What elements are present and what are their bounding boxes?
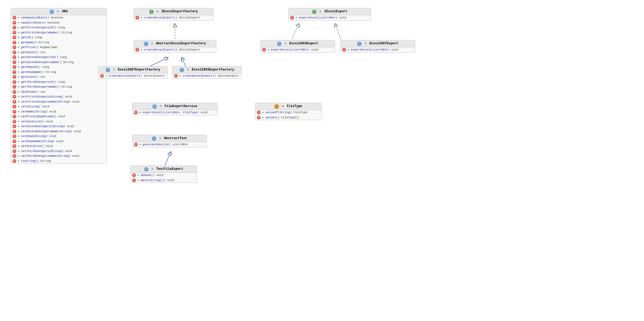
sku-methods: m■canEqual(Object)boolean m■equals(Objec… (11, 15, 107, 163)
filetype-class: E ≋ FileType m■valueOf(String)FileType m… (255, 103, 322, 120)
sku-method-1: canEqual(Object) (21, 15, 49, 20)
abstractexcelexportfactory-header: C ≋ AbstractExcelExportFactory (134, 40, 216, 47)
filetype-header: E ≋ FileType (255, 103, 321, 110)
excel2003export-header: C ≋ Excel2003Export (261, 40, 335, 47)
sku-icon: ≋ (57, 10, 59, 13)
sku-title: SKU (62, 10, 68, 13)
abstracttest-class: C ≋ AbstractTest m■generateSku(int)List<… (132, 135, 207, 147)
iexcelexport-class: I ≋ IExcelExport m■exportExcel(List<SKU>… (288, 8, 371, 21)
iexcelexport-header: I ≋ IExcelExport (289, 8, 371, 15)
excel2003exportfactory-header: C ≋ Excel2003ExportFactory (172, 66, 241, 73)
diagram-canvas: C ≋ SKU m■canEqual(Object)boolean m■equa… (0, 0, 644, 321)
testfileexport-class: C ≋ TestFileExport m■demo01()void m■main… (130, 166, 197, 183)
sku-type-badge: C (50, 10, 54, 14)
sku-method-2: equals(Object) (21, 21, 46, 25)
excel2007export-class: C ≋ Excel2007Export m■exportExcel(List<S… (340, 40, 415, 53)
abstracttest-header: C ≋ AbstractTest (132, 135, 207, 142)
excel2007exportfactory-header: C ≋ Excel2007ExportFactory (99, 66, 167, 73)
excel2007export-header: C ≋ Excel2007Export (341, 40, 415, 47)
abstractexcelexportfactory-class: C ≋ AbstractExcelExportFactory m■createE… (133, 40, 216, 53)
excel2003export-class: C ≋ Excel2003Export m■exportExcel(List<S… (260, 40, 335, 53)
fileexportservice-class: C ≋ FileExportService m■exportExcel(List… (132, 103, 218, 115)
excel2007exportfactory-class: C ≋ Excel2007ExportFactory m■createExcel… (98, 66, 168, 79)
testfileexport-header: C ≋ TestFileExport (131, 166, 197, 173)
iexcelexportfactory-header: I ≋ IExcelExportFactory (134, 8, 213, 15)
sku-class: C ≋ SKU m■canEqual(Object)boolean m■equa… (11, 8, 107, 164)
excel2003exportfactory-class: C ≋ Excel2003ExportFactory m■createExcel… (172, 66, 242, 79)
svg-line-2 (335, 24, 342, 41)
svg-line-5 (164, 152, 171, 167)
svg-line-1 (291, 24, 299, 41)
iexcelexportfactory-class: I ≋ IExcelExportFactory m■createExcelExp… (133, 8, 214, 21)
sku-header: C ≋ SKU (11, 8, 107, 15)
fileexportservice-header: C ≋ FileExportService (132, 103, 217, 110)
